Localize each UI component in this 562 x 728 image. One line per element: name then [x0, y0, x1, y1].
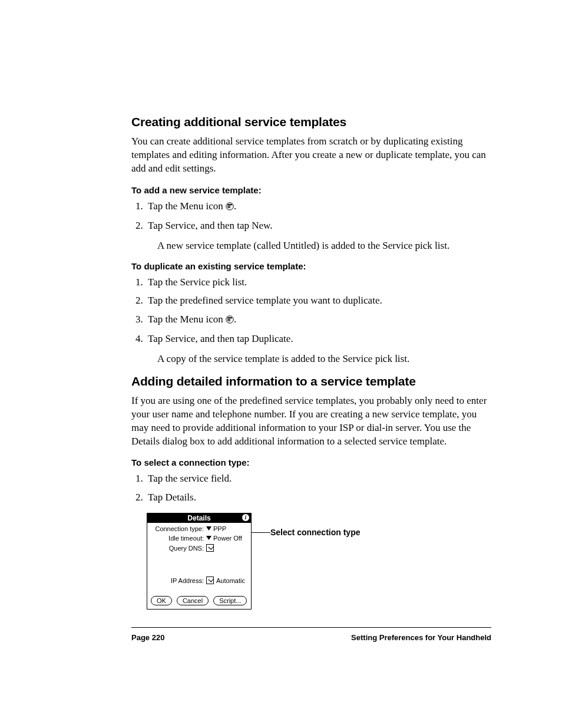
dialog-title-text: Details [187, 514, 210, 522]
step-text: Tap the Menu icon [148, 200, 223, 212]
section-heading-creating: Creating additional service templates [131, 115, 491, 129]
menu-icon [226, 200, 234, 215]
section-heading-adding: Adding detailed information to a service… [131, 374, 491, 388]
steps-add: Tap the Menu icon . Tap Service, and the… [131, 199, 491, 233]
svg-rect-7 [227, 320, 230, 321]
dialog-button-row: OK Cancel Script... [147, 594, 251, 609]
period: . [234, 314, 236, 325]
dialog-body: Connection type: PPP Idle timeout: Power… [147, 523, 251, 594]
step: Tap the Menu icon . [146, 199, 491, 215]
dropdown-icon[interactable] [206, 525, 211, 532]
intro-paragraph-1: You can create additional service templa… [131, 135, 491, 176]
cancel-button[interactable]: Cancel [177, 596, 209, 605]
period: . [234, 200, 236, 212]
details-dialog: Details i Connection type: PPP Idle time… [147, 513, 252, 610]
step: Tap Details. [146, 490, 491, 505]
dialog-title-bar: Details i [147, 513, 251, 523]
step: Tap Service, and then tap New. [146, 218, 491, 233]
label-idle-timeout: Idle timeout: [151, 535, 205, 542]
svg-rect-5 [227, 317, 232, 318]
step-text: Tap the Menu icon [148, 314, 223, 325]
label-query-dns: Query DNS: [151, 545, 205, 552]
step-result-duplicate: A copy of the service template is added … [157, 353, 491, 366]
label-ip-address: IP Address: [151, 577, 205, 584]
footer-page-number: Page 220 [131, 633, 164, 642]
page-footer: Page 220 Setting Preferences for Your Ha… [131, 633, 491, 642]
step: Tap the service field. [146, 471, 491, 486]
procedure-heading-select: To select a connection type: [131, 457, 491, 467]
info-icon[interactable]: i [242, 514, 249, 521]
step: Tap the Service pick list. [146, 275, 491, 290]
menu-icon [226, 313, 234, 328]
steps-duplicate: Tap the Service pick list. Tap the prede… [131, 275, 491, 347]
footer-rule [131, 627, 491, 628]
value-idle-timeout[interactable]: Power Off [213, 535, 242, 542]
script-button[interactable]: Script... [213, 596, 247, 605]
row-idle-timeout: Idle timeout: Power Off [151, 535, 247, 542]
procedure-heading-duplicate: To duplicate an existing service templat… [131, 261, 491, 271]
svg-rect-1 [227, 204, 232, 205]
step: Tap Service, and then tap Duplicate. [146, 331, 491, 347]
procedure-heading-add: To add a new service template: [131, 185, 491, 195]
ok-button[interactable]: OK [151, 596, 172, 605]
checkbox-query-dns[interactable] [206, 544, 214, 552]
svg-marker-9 [206, 536, 211, 540]
callout-label: Select connection type [270, 528, 360, 537]
row-query-dns: Query DNS: [151, 544, 247, 552]
svg-rect-3 [227, 207, 230, 207]
footer-chapter-title: Setting Preferences for Your Handheld [351, 633, 491, 642]
label-connection-type: Connection type: [151, 525, 205, 532]
row-ip-address: IP Address: Automatic [151, 577, 247, 584]
step: Tap the Menu icon . [146, 312, 491, 328]
step: Tap the predefined service template you … [146, 293, 491, 308]
manual-page: Creating additional service templates Yo… [0, 0, 562, 728]
step-result-add: A new service template (called Untitled)… [157, 239, 491, 253]
figure-details-dialog: Details i Connection type: PPP Idle time… [147, 513, 491, 610]
svg-rect-6 [227, 319, 230, 319]
value-connection-type[interactable]: PPP [213, 525, 226, 532]
callout-line [252, 532, 270, 533]
steps-select: Tap the service field. Tap Details. [131, 471, 491, 505]
dropdown-icon[interactable] [206, 535, 211, 542]
value-ip-automatic: Automatic [216, 577, 245, 584]
row-connection-type: Connection type: PPP [151, 525, 247, 532]
svg-marker-8 [206, 526, 211, 531]
svg-rect-2 [227, 206, 230, 206]
checkbox-ip-automatic[interactable] [206, 577, 214, 584]
intro-paragraph-2: If you are using one of the predefined s… [131, 394, 491, 449]
